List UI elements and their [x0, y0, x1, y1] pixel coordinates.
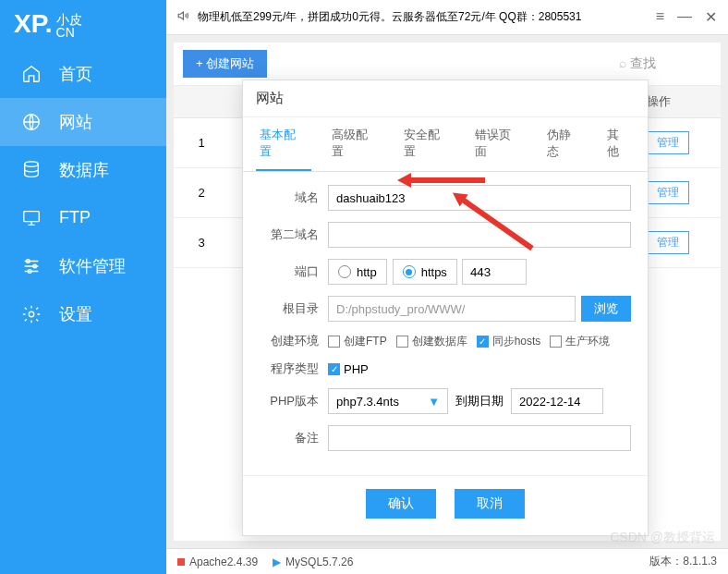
tab-security[interactable]: 安全配置: [400, 117, 455, 171]
sidebar-item-label: FTP: [59, 208, 91, 227]
label-domain2: 第二域名: [260, 226, 319, 243]
sidebar-item-website[interactable]: 网站: [0, 98, 166, 146]
title-bar: 物理机低至299元/年，拼团成功0元得。云服务器低至72元/年 QQ群：2805…: [166, 0, 728, 35]
label-root: 根目录: [260, 300, 319, 317]
minimize-icon[interactable]: —: [677, 8, 692, 26]
globe-icon: [20, 111, 42, 133]
domain-input[interactable]: [328, 185, 631, 211]
manage-button[interactable]: 管理: [647, 181, 689, 204]
col-operate: 操作: [647, 93, 721, 110]
tab-error[interactable]: 错误页面: [471, 117, 527, 171]
modal-tabs: 基本配置 高级配置 安全配置 错误页面 伪静态 其他: [243, 117, 648, 172]
label-env: 创建环境: [260, 333, 319, 349]
announcement-text: 物理机低至299元/年，拼团成功0元得。云服务器低至72元/年 QQ群：2805…: [198, 9, 581, 25]
svg-point-6: [29, 311, 34, 317]
logo-sub: 小皮CN: [56, 13, 82, 39]
check-php[interactable]: ✓PHP: [328, 362, 369, 376]
check-prod[interactable]: 生产环境: [550, 334, 610, 349]
sliders-icon: [20, 255, 42, 277]
check-db[interactable]: 创建数据库: [396, 334, 467, 349]
status-dot-apache: [177, 558, 185, 566]
checkbox-icon: [396, 336, 408, 348]
database-icon: [20, 159, 42, 181]
http-radio[interactable]: http: [328, 259, 387, 285]
window-controls: ≡ — ✕: [656, 8, 717, 26]
check-ftp[interactable]: 创建FTP: [328, 334, 387, 349]
sidebar-item-label: 首页: [59, 63, 92, 85]
row-index: 2: [174, 186, 229, 200]
sidebar: XP.小皮CN 首页 网站 数据库 FTP 软件管理 设置: [0, 0, 166, 574]
website-modal: 网站 基本配置 高级配置 安全配置 错误页面 伪静态 其他 域名 第二域名 端口…: [242, 79, 649, 536]
sidebar-item-ftp[interactable]: FTP: [0, 194, 166, 242]
sidebar-item-settings[interactable]: 设置: [0, 290, 166, 338]
speaker-icon: [177, 9, 190, 25]
svg-point-1: [25, 161, 39, 166]
confirm-button[interactable]: 确认: [366, 489, 436, 519]
checkbox-icon: ✓: [477, 336, 489, 348]
check-hosts[interactable]: ✓同步hosts: [477, 334, 541, 349]
sidebar-item-software[interactable]: 软件管理: [0, 242, 166, 290]
tab-basic[interactable]: 基本配置: [256, 117, 311, 171]
cancel-button[interactable]: 取消: [455, 489, 525, 519]
play-icon: ▶: [273, 556, 281, 568]
row-index: 1: [174, 136, 229, 150]
manage-button[interactable]: 管理: [647, 131, 689, 154]
label-domain: 域名: [260, 189, 319, 206]
watermark: CSDN @教授背运: [610, 530, 715, 546]
tab-other[interactable]: 其他: [603, 117, 635, 171]
sidebar-item-label: 数据库: [59, 159, 109, 181]
modal-footer: 确认 取消: [243, 475, 648, 535]
chevron-down-icon: ▼: [428, 395, 440, 409]
sidebar-item-label: 软件管理: [59, 255, 126, 277]
tab-rewrite[interactable]: 伪静态: [543, 117, 587, 171]
checkbox-icon: [550, 336, 562, 348]
root-input[interactable]: [328, 296, 576, 322]
tab-advanced[interactable]: 高级配置: [328, 117, 383, 171]
sidebar-item-label: 设置: [59, 303, 92, 325]
expire-input[interactable]: [511, 388, 603, 414]
logo-main: XP.: [14, 9, 53, 38]
remark-input[interactable]: [328, 425, 631, 451]
https-radio[interactable]: https: [393, 259, 457, 285]
checkbox-icon: ✓: [328, 363, 340, 375]
modal-title: 网站: [243, 80, 648, 117]
svg-rect-2: [24, 211, 40, 221]
logo: XP.小皮CN: [0, 0, 166, 50]
status-apache: Apache2.4.39: [189, 556, 258, 568]
label-lang: 程序类型: [260, 360, 319, 377]
search-icon: ⌕: [619, 55, 626, 70]
label-remark: 备注: [260, 430, 319, 446]
browse-button[interactable]: 浏览: [581, 296, 631, 322]
label-port: 端口: [260, 263, 319, 280]
create-website-button[interactable]: + 创建网站: [183, 50, 267, 78]
label-phpver: PHP版本: [260, 393, 319, 409]
menu-icon[interactable]: ≡: [656, 8, 664, 26]
radio-icon: [338, 265, 351, 278]
sidebar-item-home[interactable]: 首页: [0, 50, 166, 98]
port-input[interactable]: [462, 259, 527, 285]
manage-button[interactable]: 管理: [647, 231, 689, 254]
phpver-select[interactable]: php7.3.4nts ▼: [328, 388, 448, 414]
sidebar-item-label: 网站: [59, 111, 92, 133]
search-label: 查找: [630, 55, 656, 70]
status-mysql: MySQL5.7.26: [285, 556, 353, 568]
label-expire: 到期日期: [455, 393, 504, 409]
gear-icon: [20, 303, 42, 325]
radio-icon: [403, 265, 416, 278]
close-icon[interactable]: ✕: [705, 8, 717, 26]
status-version: 版本：8.1.1.3: [649, 554, 717, 569]
sidebar-item-database[interactable]: 数据库: [0, 146, 166, 194]
domain2-input[interactable]: [328, 222, 631, 248]
home-icon: [20, 63, 42, 85]
ftp-icon: [20, 207, 42, 229]
search-slot[interactable]: ⌕ 查找: [619, 55, 711, 72]
row-index: 3: [174, 236, 229, 250]
checkbox-icon: [328, 336, 340, 348]
status-bar: Apache2.4.39 ▶ MySQL5.7.26 版本：8.1.1.3: [166, 548, 728, 574]
